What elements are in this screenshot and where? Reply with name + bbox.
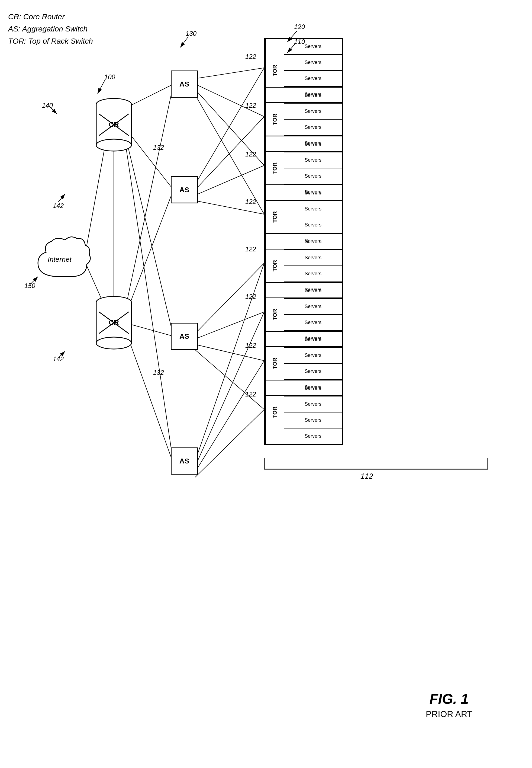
svg-point-48 xyxy=(96,337,131,349)
diagram: CR: Core Router AS: Aggregation Switch T… xyxy=(0,0,532,768)
label-122-6: 122 xyxy=(245,293,256,300)
label-150: 150 xyxy=(24,282,35,290)
svg-text:CR: CR xyxy=(109,120,119,128)
label-122-2: 122 xyxy=(245,102,256,109)
as-box-1: AS xyxy=(171,70,198,98)
label-122-5: 122 xyxy=(245,245,256,253)
svg-line-13 xyxy=(195,68,264,184)
label-130: 130 xyxy=(186,30,196,37)
cr-top-svg: CR xyxy=(95,98,133,152)
as-box-2: AS xyxy=(171,176,198,203)
svg-line-7 xyxy=(58,194,65,202)
label-122-1: 122 xyxy=(245,53,256,60)
label-100: 100 xyxy=(104,73,115,81)
svg-line-4 xyxy=(98,79,106,94)
svg-line-23 xyxy=(195,361,264,472)
label-112: 112 xyxy=(360,472,373,481)
rack-8-servers: Servers Servers Servers Servers xyxy=(284,380,342,444)
as-box-3: AS xyxy=(171,323,198,350)
label-120: 120 xyxy=(294,23,305,31)
legend-line-2: AS: Aggregation Switch xyxy=(8,23,93,35)
as-box-4: AS xyxy=(171,448,198,475)
svg-text:Internet: Internet xyxy=(48,255,72,263)
rack-8: TOR Servers Servers Servers Servers xyxy=(264,379,343,445)
label-142-bottom: 142 xyxy=(53,355,64,363)
rack-8-tor: TOR xyxy=(265,380,284,444)
svg-line-15 xyxy=(195,165,264,195)
legend-line-1: CR: Core Router xyxy=(8,11,93,23)
label-122-4: 122 xyxy=(245,198,256,205)
label-110: 110 xyxy=(294,38,305,46)
svg-line-18 xyxy=(195,312,264,339)
svg-line-9 xyxy=(195,68,264,79)
legend-line-3: TOR: Top of Rack Switch xyxy=(8,35,93,47)
fig-title: FIG. 1 xyxy=(426,691,472,707)
legend: CR: Core Router AS: Aggregation Switch T… xyxy=(8,11,93,47)
label-140: 140 xyxy=(42,102,53,109)
figure-label: FIG. 1 PRIOR ART xyxy=(426,691,472,719)
svg-line-3 xyxy=(180,37,188,47)
label-142-top: 142 xyxy=(53,202,64,210)
internet-cloud-svg: Internet xyxy=(27,233,92,287)
cr-bottom-svg: CR xyxy=(95,295,133,350)
label-122-3: 122 xyxy=(245,150,256,158)
svg-line-20 xyxy=(195,350,264,410)
svg-text:CR: CR xyxy=(109,318,119,326)
label-132-bottom: 132 xyxy=(153,369,164,376)
svg-line-24 xyxy=(195,410,264,477)
label-122-8: 122 xyxy=(245,391,256,398)
label-132-top: 132 xyxy=(153,144,164,151)
label-122-7: 122 xyxy=(245,342,256,349)
fig-subtitle: PRIOR ART xyxy=(426,709,472,719)
svg-line-22 xyxy=(195,312,264,467)
svg-line-10 xyxy=(195,84,264,117)
svg-point-40 xyxy=(96,139,131,151)
